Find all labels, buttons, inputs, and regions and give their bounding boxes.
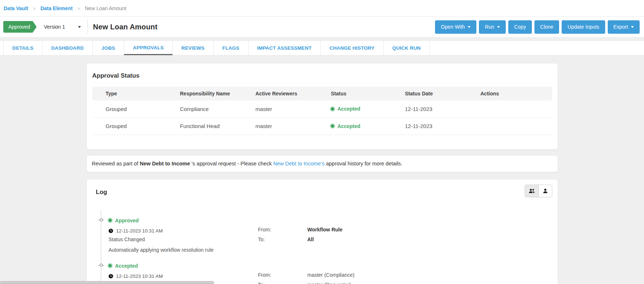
single-view-button[interactable] [538,185,552,197]
chevron-down-icon [497,26,500,28]
review-note-card: Reviewed as part of New Debt to Income '… [87,156,558,172]
copy-button[interactable]: Copy [508,20,532,34]
timeline-node-icon [98,220,104,220]
group-icon [529,188,535,194]
page-title: New Loan Amount [93,23,157,31]
chevron-right-icon: › [33,5,36,12]
cell-reviewers: master [242,100,317,118]
table-header-row: Type Responsibility Name Active Reviewer… [92,87,552,100]
log-entry-fromto: From: Workflow Rule To: All [258,227,342,246]
log-card: Log Approved [87,180,558,284]
from-label: From: [258,227,307,232]
copy-label: Copy [514,24,526,30]
note-entity-name: New Debt to Income [140,161,190,166]
horizontal-scrollbar[interactable] [0,281,214,284]
column-header-reviewers: Active Reviewers [242,87,317,100]
cell-reviewers: master [242,118,317,135]
chevron-down-icon [631,26,634,28]
person-icon [543,188,548,194]
clone-button[interactable]: Clone [534,20,559,34]
note-entity-link[interactable]: New Debt to Income's [273,161,324,166]
export-button[interactable]: Export [608,20,640,34]
column-header-status-date: Status Date [391,87,467,100]
status-text: Accepted [337,106,360,112]
log-entry-timestamp: 12-11-2023 10:31 AM [116,273,163,279]
tab-dashboard[interactable]: DASHBOARD [42,41,93,55]
from-value: master (Compliance) [307,272,354,278]
note-prefix: Reviewed as part of [92,161,140,166]
log-title: Log [96,189,107,196]
timeline-node-icon [98,265,104,266]
note-middle: 's approval request - Please check [190,161,273,166]
tab-approvals[interactable]: APPROVALS [124,41,173,55]
table-row: Grouped Functional Head master Accepted … [92,118,552,135]
update-inputs-button[interactable]: Update Inputs [562,20,605,34]
run-label: Run [485,24,494,30]
run-button[interactable]: Run [479,20,506,34]
page-header: Approved Version 1 New Loan Amount Open … [0,17,644,37]
log-entry: Approved 12-11-2023 10:31 AM Status Chan… [108,218,537,253]
breadcrumb: Data Vault › Data Element › New Loan Amo… [0,0,644,17]
tab-jobs[interactable]: JOBS [93,41,124,55]
log-entry-fromto: From: master (Compliance) To: master (Re… [258,272,354,284]
breadcrumb-data-vault[interactable]: Data Vault [4,5,28,11]
from-value: Workflow Rule [307,227,342,232]
update-inputs-label: Update Inputs [567,24,599,30]
tab-quick-run[interactable]: QUICK RUN [383,41,430,55]
tab-bar: DETAILS DASHBOARD JOBS APPROVALS REVIEWS… [0,41,644,55]
breadcrumb-data-element[interactable]: Data Element [40,5,73,11]
chevron-down-icon [78,26,81,28]
to-value: All [307,236,314,242]
column-header-type: Type [92,87,167,100]
column-header-responsibility: Responsibility Name [167,87,242,100]
cell-actions [467,100,552,118]
approval-status-title: Approval Status [92,72,552,79]
group-view-button[interactable] [525,185,538,197]
to-value: master (Requestor) [307,282,351,284]
log-view-toggle [525,185,552,197]
clock-icon [108,229,113,233]
cell-status-date: 12-11-2023 [391,100,467,118]
header-actions: Open With Run Copy Clone Update Inputs E… [435,20,640,34]
tab-impact-assessment[interactable]: IMPACT ASSESSMENT [249,41,321,55]
log-timeline: Approved 12-11-2023 10:31 AM Status Chan… [101,210,537,284]
approval-status-table: Type Responsibility Name Active Reviewer… [92,87,552,135]
open-with-label: Open With [441,24,465,30]
tab-details[interactable]: DETAILS [3,41,42,55]
log-entry-status: Accepted [115,263,138,269]
cell-status: Accepted [317,100,391,118]
divider [87,20,88,34]
column-header-status: Status [317,87,391,100]
chevron-right-icon: › [78,5,80,12]
tab-change-history[interactable]: CHANGE HISTORY [321,41,383,55]
chevron-down-icon [468,26,471,28]
export-label: Export [614,24,628,30]
breadcrumb-current-page: New Loan Amount [85,5,126,11]
status-badge: Approved [3,21,37,33]
tab-flags[interactable]: FLAGS [214,41,249,55]
status-dot-icon [331,124,334,128]
cell-responsibility: Compliance [167,100,242,118]
status-dot-icon [108,264,112,267]
to-label: To: [258,282,307,284]
log-entry-comment: Automatically applying workflow resoluti… [108,247,537,253]
column-header-actions: Actions [467,87,552,100]
cell-actions [467,118,552,135]
tab-reviews[interactable]: REVIEWS [173,41,214,55]
status-text: Accepted [337,123,360,129]
approval-status-card: Approval Status Type Responsibility Name… [87,63,558,149]
to-label: To: [258,236,307,242]
clone-label: Clone [540,24,554,30]
from-label: From: [258,272,307,278]
table-row: Grouped Compliance master Accepted 12-11… [92,100,552,118]
cell-status: Accepted [317,118,391,135]
status-dot-icon [108,219,112,222]
status-dot-icon [331,107,334,111]
cell-responsibility: Functional Head [167,118,242,135]
note-suffix: approval history for more details. [324,161,402,166]
clock-icon [108,274,113,279]
open-with-button[interactable]: Open With [435,20,476,34]
log-entry-status: Approved [115,218,139,223]
version-selector[interactable]: Version 1 [40,22,85,32]
cell-type: Grouped [92,118,167,135]
